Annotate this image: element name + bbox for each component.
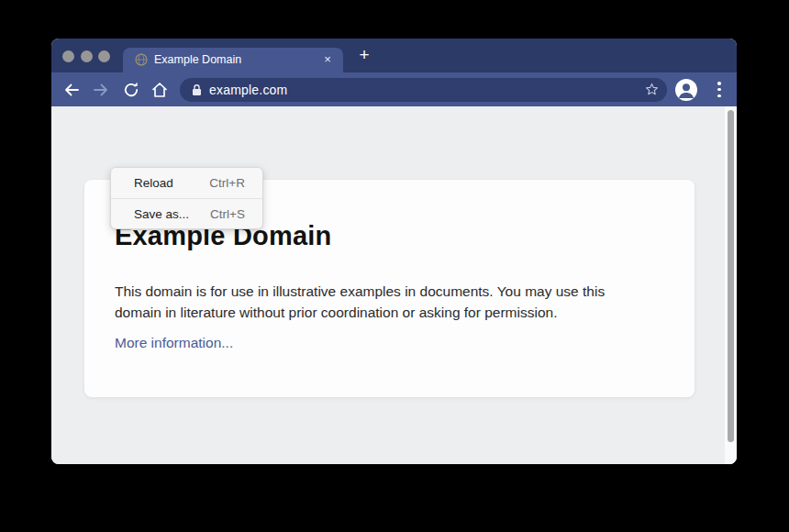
minimize-window-button[interactable] [81, 50, 93, 62]
browser-window: Example Domain × + [51, 39, 737, 464]
bookmark-star-icon[interactable] [644, 82, 660, 97]
context-menu-item-reload[interactable]: Reload Ctrl+R [111, 168, 262, 198]
menu-item-shortcut: Ctrl+S [210, 207, 245, 221]
url-text[interactable]: example.com [209, 78, 287, 102]
more-information-link[interactable]: More information... [115, 332, 233, 353]
menu-item-label: Reload [134, 176, 173, 190]
browser-menu-button[interactable] [715, 80, 724, 99]
page-viewport: Example Domain This domain is for use in… [51, 106, 737, 464]
titlebar: Example Domain × + [51, 39, 737, 72]
globe-favicon-icon [135, 53, 148, 66]
menu-item-label: Save as... [134, 207, 189, 221]
back-button[interactable] [62, 81, 81, 99]
home-button[interactable] [150, 81, 169, 99]
reload-button[interactable] [122, 81, 140, 99]
context-menu: Reload Ctrl+R Save as... Ctrl+S [110, 167, 263, 229]
maximize-window-button[interactable] [98, 50, 110, 62]
tab-close-icon[interactable]: × [320, 48, 335, 72]
browser-tab-example-domain[interactable]: Example Domain × [123, 48, 343, 72]
profile-avatar-button[interactable] [675, 79, 697, 101]
toolbar: example.com [51, 72, 737, 106]
close-window-button[interactable] [62, 50, 74, 62]
screenshot-stage: Example Domain × + [0, 0, 789, 532]
forward-button[interactable] [92, 81, 110, 99]
scrollbar-thumb[interactable] [728, 110, 734, 442]
tab-title: Example Domain [154, 48, 241, 72]
new-tab-button[interactable]: + [352, 43, 376, 67]
address-bar[interactable]: example.com [180, 78, 667, 102]
menu-item-shortcut: Ctrl+R [209, 176, 245, 190]
page-paragraph: This domain is for use in illustrative e… [115, 281, 647, 323]
context-menu-item-save-as[interactable]: Save as... Ctrl+S [111, 198, 262, 228]
lock-icon[interactable] [191, 83, 203, 96]
